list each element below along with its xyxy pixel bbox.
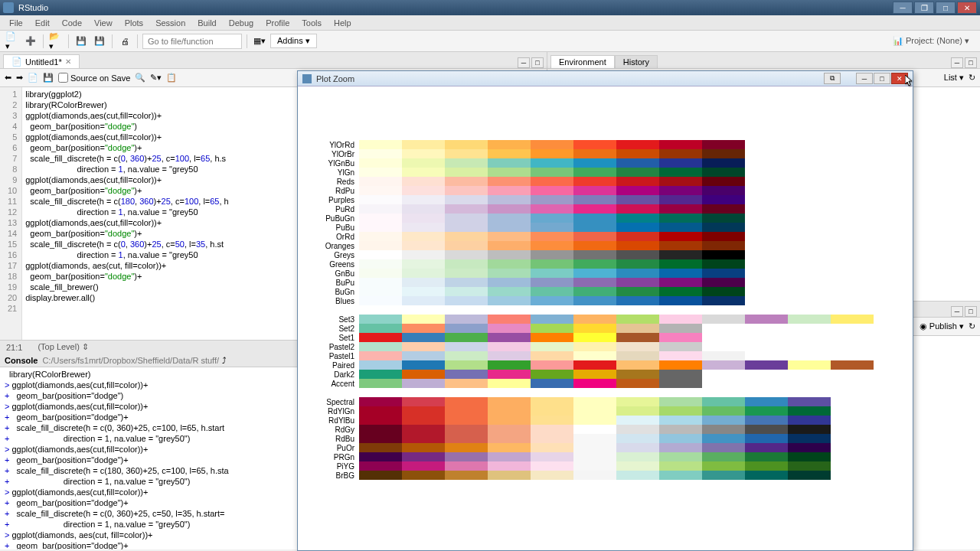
plot-zoom-popout-button[interactable]: ⧉ (824, 73, 841, 84)
palette-RdGy: RdGy (321, 425, 890, 434)
menu-view[interactable]: View (88, 17, 119, 29)
plots-max-button[interactable]: □ (965, 306, 977, 317)
plot-zoom-title: Plot Zoom (316, 74, 824, 83)
palette-YlOrRd: YlOrRd (321, 140, 890, 149)
pane-min-button[interactable]: ─ (518, 57, 530, 68)
new-project-button[interactable]: ➕ (23, 34, 38, 49)
plot-zoom-icon (302, 74, 312, 83)
menubar: FileEditCodeViewPlotsSessionBuildDebugPr… (0, 15, 980, 31)
palette-PiYG: PiYG (321, 461, 890, 471)
history-tab[interactable]: History (615, 55, 658, 68)
forward-icon[interactable]: ➡ (16, 73, 23, 83)
palette-BuPu: BuPu (321, 278, 890, 287)
console-path: C:/Users/fs1mrt/Dropbox/Sheffield/Data/R… (42, 356, 219, 365)
palette-Paired: Paired (321, 360, 890, 370)
print-button[interactable]: 🖨 (117, 34, 132, 49)
palette-Dark2: Dark2 (321, 370, 890, 379)
menu-debug[interactable]: Debug (223, 17, 260, 29)
palette-RdPu: RdPu (321, 186, 890, 195)
cursor-position: 21:1 (6, 343, 22, 352)
menu-profile[interactable]: Profile (260, 17, 296, 29)
palette-PuOr: PuOr (321, 443, 890, 452)
close-button[interactable]: ✕ (957, 2, 977, 14)
maximize-button[interactable]: □ (936, 2, 956, 14)
pane-max-button[interactable]: □ (531, 57, 544, 68)
palette-Pastel2: Pastel2 (321, 342, 890, 351)
menu-tools[interactable]: Tools (296, 17, 328, 29)
menu-plots[interactable]: Plots (119, 17, 149, 29)
project-menu[interactable]: 📊 Project: (None) ▾ (887, 34, 975, 47)
palette-Set1: Set1 (321, 333, 890, 342)
palette-RdYlBu: RdYlBu (321, 416, 890, 425)
palette-PRGn: PRGn (321, 452, 890, 461)
plot-zoom-titlebar[interactable]: Plot Zoom ⧉ ─ □ ✕ (298, 71, 913, 86)
menu-build[interactable]: Build (191, 17, 222, 29)
goto-input[interactable] (142, 34, 242, 49)
palette-YlGn: YlGn (321, 168, 890, 177)
find-icon[interactable]: 🔍 (135, 73, 145, 83)
plot-zoom-min-button[interactable]: ─ (856, 73, 873, 84)
brewer-palettes: YlOrRdYlOrBrYlGnBuYlGnRedsRdPuPurplesPuR… (321, 140, 890, 489)
save-icon[interactable]: 💾 (43, 73, 54, 83)
palette-RdBu: RdBu (321, 434, 890, 443)
palette-Spectral: Spectral (321, 397, 890, 406)
palette-PuBu: PuBu (321, 223, 890, 232)
palette-Reds: Reds (321, 177, 890, 186)
new-file-button[interactable]: 📄▾ (5, 34, 20, 49)
env-min-button[interactable]: ─ (951, 57, 963, 68)
refresh-icon[interactable]: ↻ (969, 73, 975, 83)
palette-YlGnBu: YlGnBu (321, 158, 890, 168)
env-tabstrip: Environment History ─ □ (547, 52, 980, 69)
open-file-button[interactable]: 📂▾ (48, 34, 64, 49)
palette-OrRd: OrRd (321, 232, 890, 241)
main-toolbar: 📄▾ ➕ 📂▾ 💾 💾 🖨 ▦▾ Addins ▾ 📊 Project: (No… (0, 31, 980, 52)
plot-zoom-close-button[interactable]: ✕ (891, 73, 908, 84)
palette-RdYlGn: RdYlGn (321, 406, 890, 416)
env-max-button[interactable]: □ (965, 57, 977, 68)
list-view-button[interactable]: List ▾ (944, 73, 964, 83)
back-icon[interactable]: ⬅ (5, 73, 11, 83)
close-tab-icon[interactable]: ✕ (65, 57, 71, 66)
palette-Set3: Set3 (321, 315, 890, 324)
app-icon (3, 2, 14, 13)
menu-session[interactable]: Session (149, 17, 191, 29)
palette-GnBu: GnBu (321, 269, 890, 278)
palette-Set2: Set2 (321, 324, 890, 333)
console-label: Console (5, 356, 38, 365)
menu-code[interactable]: Code (56, 17, 88, 29)
minimize-button[interactable]: ─ (893, 2, 913, 14)
palette-YlOrBr: YlOrBr (321, 149, 890, 158)
wand-icon[interactable]: ✎▾ (150, 73, 162, 83)
show-doc-icon[interactable]: 📄 (28, 73, 38, 83)
plots-min-button[interactable]: ─ (951, 306, 963, 317)
refresh-plots-icon[interactable]: ↻ (969, 321, 975, 331)
palette-Accent: Accent (321, 379, 890, 388)
report-icon[interactable]: 📋 (166, 73, 177, 83)
restore-button[interactable]: ❐ (914, 2, 934, 14)
menu-file[interactable]: File (3, 17, 29, 29)
addins-menu[interactable]: Addins ▾ (270, 34, 317, 48)
plot-zoom-max-button[interactable]: □ (874, 73, 890, 84)
console-path-icon[interactable]: ⤴ (222, 356, 227, 365)
palette-Blues: Blues (321, 296, 890, 305)
environment-tab[interactable]: Environment (550, 55, 615, 68)
save-all-button[interactable]: 💾 (92, 34, 107, 49)
menu-help[interactable]: Help (328, 17, 358, 29)
menu-edit[interactable]: Edit (29, 17, 56, 29)
palette-Pastel1: Pastel1 (321, 351, 890, 360)
palette-PuBuGn: PuBuGn (321, 214, 890, 223)
palette-Greens: Greens (321, 259, 890, 269)
publish-button[interactable]: ◉ Publish ▾ (920, 321, 964, 331)
plot-zoom-window: Plot Zoom ⧉ ─ □ ✕ YlOrRdYlOrBrYlGnBuYlGn… (297, 70, 913, 551)
palette-Purples: Purples (321, 195, 890, 204)
app-title: RStudio (18, 3, 893, 12)
source-tabstrip: 📄 Untitled1* ✕ ─ □ (0, 52, 547, 69)
palette-PuRd: PuRd (321, 204, 890, 214)
source-tab[interactable]: 📄 Untitled1* ✕ (3, 54, 80, 68)
source-on-save-checkbox[interactable]: Source on Save (58, 73, 130, 83)
save-button[interactable]: 💾 (74, 34, 89, 49)
palette-Oranges: Oranges (321, 241, 890, 250)
grid-button[interactable]: ▦▾ (252, 34, 267, 49)
scope-selector[interactable]: (Top Level) ⇕ (38, 342, 88, 352)
source-tab-label: Untitled1* (25, 57, 62, 67)
